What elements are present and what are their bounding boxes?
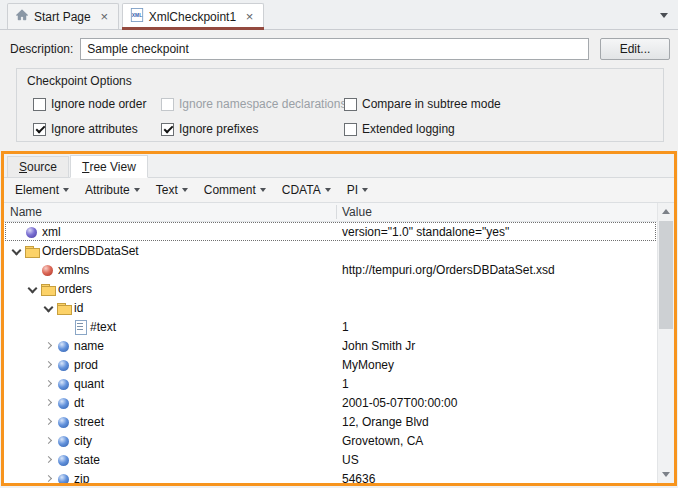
expand-chevron-icon[interactable]: [40, 336, 56, 355]
arrow-down-icon: [662, 472, 670, 477]
close-icon[interactable]: [243, 10, 256, 24]
tree-row-id[interactable]: id: [4, 298, 657, 317]
toolbar-cdata-dropdown[interactable]: CDATA: [274, 179, 339, 201]
tab-list-dropdown-icon[interactable]: [660, 13, 668, 18]
tree-row-zip[interactable]: zip54636: [4, 469, 657, 483]
toolbar-attribute-dropdown[interactable]: Attribute: [77, 179, 148, 201]
expand-chevron-icon[interactable]: [40, 355, 56, 374]
tree-row-name[interactable]: nameJohn Smith Jr: [4, 336, 657, 355]
element-icon: [56, 414, 72, 430]
checkbox-label: Compare in subtree mode: [362, 97, 501, 111]
node-value: 1: [342, 377, 349, 391]
tree-row-orders[interactable]: orders: [4, 279, 657, 298]
checkbox-ignore-attributes[interactable]: Ignore attributes: [33, 122, 161, 136]
checkbox-box: [344, 123, 357, 136]
tree-row-prod[interactable]: prodMyMoney: [4, 355, 657, 374]
checkbox-ignore-node-order[interactable]: Ignore node order: [33, 97, 161, 111]
folder-icon: [40, 281, 56, 297]
tab-source[interactable]: Source: [7, 156, 69, 178]
node-name: prod: [74, 358, 98, 372]
tree-row-text[interactable]: #text1: [4, 317, 657, 336]
tree-row-quant[interactable]: quant1: [4, 374, 657, 393]
tree-row-dt[interactable]: dt2001-05-07T00:00:00: [4, 393, 657, 412]
toolbar-button-label: PI: [347, 183, 358, 197]
node-name: state: [74, 453, 100, 467]
tree-column-header[interactable]: Name Value: [4, 203, 657, 222]
checkbox-extended-logging[interactable]: Extended logging: [344, 122, 655, 136]
tree-rows: xmlversion="1.0" standalone="yes"OrdersD…: [4, 222, 657, 483]
node-value: version="1.0" standalone="yes": [342, 225, 509, 239]
collapse-chevron-icon[interactable]: [8, 241, 24, 260]
element-icon: [56, 433, 72, 449]
checkpoint-editor-header: Description: Edit... Checkpoint Options …: [0, 30, 678, 142]
expand-chevron-icon[interactable]: [40, 374, 56, 393]
tree-row-ordersdbdataset[interactable]: OrdersDBDataSet: [4, 241, 657, 260]
checkbox-grid: Ignore node orderIgnore namespace declar…: [25, 97, 655, 136]
node-value: 54636: [342, 472, 375, 484]
node-name: street: [74, 415, 104, 429]
edit-button[interactable]: Edit...: [600, 38, 670, 60]
toolbar-text-dropdown[interactable]: Text: [148, 179, 196, 201]
scroll-up-button[interactable]: [658, 203, 674, 220]
checkbox-ignore-namespace-declarations: Ignore namespace declarations: [161, 97, 344, 111]
column-header-value: Value: [342, 205, 372, 219]
chevron-down-icon: [325, 188, 331, 192]
element-icon: [56, 471, 72, 484]
node-value: Grovetown, CA: [342, 434, 423, 448]
checkbox-label: Ignore namespace declarations: [179, 97, 346, 111]
tree-row-xmlns[interactable]: xmlnshttp://tempuri.org/OrdersDBDataSet.…: [4, 260, 657, 279]
node-toolbar: ElementAttributeTextCommentCDATAPI: [4, 178, 674, 203]
document-tabbar: Start Page XML XmlCheckpoint1: [0, 0, 678, 30]
vertical-scrollbar[interactable]: [657, 203, 674, 483]
toolbar-element-dropdown[interactable]: Element: [7, 179, 77, 201]
checkbox-compare-in-subtree-mode[interactable]: Compare in subtree mode: [344, 97, 655, 111]
tree-row-city[interactable]: cityGrovetown, CA: [4, 431, 657, 450]
expand-chevron-icon[interactable]: [40, 469, 56, 483]
checkbox-box: [33, 98, 46, 111]
checkbox-label: Ignore node order: [51, 97, 146, 111]
element-icon: [56, 376, 72, 392]
scrollbar-thumb[interactable]: [659, 221, 673, 329]
arrow-up-icon: [662, 209, 670, 214]
element-icon: [56, 452, 72, 468]
collapse-chevron-icon[interactable]: [40, 298, 56, 317]
description-input[interactable]: [80, 38, 589, 60]
xml-file-icon: XML: [130, 8, 144, 25]
checkpoint-data-panel: SourceTree View ElementAttributeTextComm…: [1, 151, 677, 486]
element-icon: [56, 357, 72, 373]
node-name: id: [74, 301, 83, 315]
node-value: 12, Orange Blvd: [342, 415, 429, 429]
expander-spacer: [8, 222, 24, 241]
checkbox-ignore-prefixes[interactable]: Ignore prefixes: [161, 122, 344, 136]
scroll-down-button[interactable]: [658, 466, 674, 483]
tree-view: Name Value xmlversion="1.0" standalone="…: [4, 203, 674, 483]
expand-chevron-icon[interactable]: [40, 412, 56, 431]
tab-xmlcheckpoint1[interactable]: XML XmlCheckpoint1: [122, 3, 264, 29]
tree-row-xml[interactable]: xmlversion="1.0" standalone="yes": [4, 222, 657, 241]
node-name: quant: [74, 377, 104, 391]
toolbar-comment-dropdown[interactable]: Comment: [196, 179, 274, 201]
collapse-chevron-icon[interactable]: [24, 279, 40, 298]
node-name: xmlns: [58, 263, 89, 277]
toolbar-pi-dropdown[interactable]: PI: [339, 179, 376, 201]
checkpoint-options-group: Checkpoint Options Ignore node orderIgno…: [16, 68, 664, 142]
tree-row-street[interactable]: street12, Orange Blvd: [4, 412, 657, 431]
expand-chevron-icon[interactable]: [40, 393, 56, 412]
node-name: orders: [58, 282, 92, 296]
expand-chevron-icon[interactable]: [40, 450, 56, 469]
text-icon: [72, 319, 88, 335]
expander-spacer: [56, 317, 72, 336]
node-name: name: [74, 339, 104, 353]
checkbox-box: [344, 98, 357, 111]
node-name: city: [74, 434, 92, 448]
node-value: 1: [342, 320, 349, 334]
expand-chevron-icon[interactable]: [40, 431, 56, 450]
tab-start-page[interactable]: Start Page: [7, 3, 119, 29]
element-icon: [56, 395, 72, 411]
tab-tree-view[interactable]: Tree View: [70, 155, 148, 178]
close-icon[interactable]: [98, 10, 111, 24]
toolbar-button-label: CDATA: [282, 183, 321, 197]
tree-row-state[interactable]: stateUS: [4, 450, 657, 469]
node-name: xml: [42, 225, 61, 239]
chevron-down-icon: [182, 188, 188, 192]
